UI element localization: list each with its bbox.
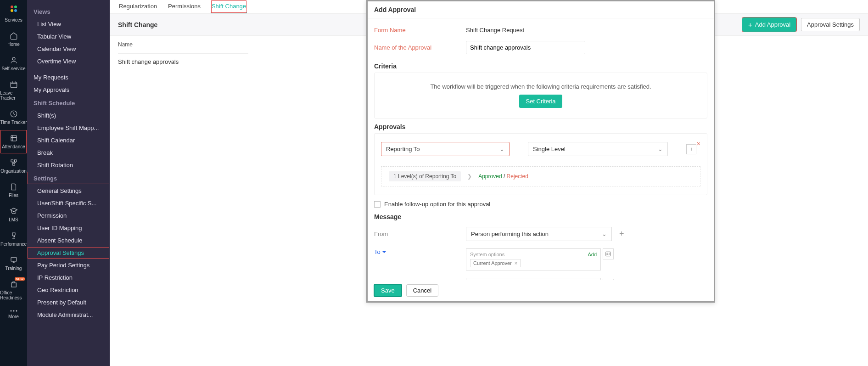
svg-rect-3 [11,135,17,141]
rail-time-tracker[interactable]: Time Tracker [0,105,27,130]
rail-attendance[interactable]: Attendance [0,130,27,154]
remove-approver-icon[interactable]: × [697,140,700,147]
main-area: Regularization Permissions Shift Change … [110,0,868,366]
sidebar-item-my-approvals[interactable]: My Approvals [27,84,110,96]
rail-services[interactable]: Services [0,13,27,27]
approvals-box: × Reporting To ⌄ Single Level ⌄ + 1 [374,133,707,195]
sidebar-item-present-by-default[interactable]: Present by Default [27,296,110,309]
org-icon [10,158,18,167]
sidebar-item-geo-restriction[interactable]: Geo Restriction [27,284,110,296]
tab-regularization[interactable]: Regularization [118,0,158,13]
form-name-value: Shift Change Request [466,27,524,34]
approval-settings-button[interactable]: Approval Settings [801,18,860,31]
save-button[interactable]: Save [374,284,402,297]
rail-performance[interactable]: Performance [0,227,27,251]
sidebar-item-permission[interactable]: Permission [27,209,110,222]
svg-rect-8 [11,283,16,287]
page-title: Shift Change [118,21,157,28]
add-approval-modal: Add Approval Form Name Shift Change Requ… [366,0,715,303]
svg-rect-5 [14,160,17,162]
svg-point-11 [16,310,17,312]
system-options-label: System options [470,252,597,257]
approval-level-pill: 1 Level(s) of Reporting To [389,171,461,181]
to-box[interactable]: System options Add Current Approver × [466,248,601,270]
rail-training[interactable]: Training [0,251,27,276]
rail-more[interactable]: More [0,305,27,324]
sidebar-item-general-settings[interactable]: General Settings [27,185,110,197]
nav-rail: Services Home Self-service Leave Tracker… [0,0,27,366]
tab-shift-change[interactable]: Shift Change [211,0,247,13]
training-icon [10,256,18,264]
calendar-icon [10,80,18,89]
list-header-name: Name [118,36,248,54]
to-dropdown[interactable]: To [374,248,386,255]
contacts-picker-icon[interactable] [603,248,614,259]
add-from-icon[interactable]: + [619,229,624,239]
sidebar-item-absent-schedule[interactable]: Absent Schedule [27,234,110,247]
svg-rect-1 [11,82,17,88]
rail-self-service[interactable]: Self-service [0,51,27,76]
tab-permissions[interactable]: Permissions [167,0,202,13]
clock-icon [10,110,18,118]
criteria-message: The workflow will be triggered when the … [379,83,702,90]
rail-leave-tracker[interactable]: Leave Tracker [0,76,27,105]
caret-down-icon [382,251,386,253]
new-badge: NEW [15,277,25,281]
rejected-text: Rejected [507,173,528,180]
followup-checkbox[interactable] [374,201,381,208]
level-select[interactable]: Single Level ⌄ [528,142,668,156]
rail-office-readiness[interactable]: NEW Office Readiness [0,276,27,305]
chevron-down-icon: ⌄ [658,146,663,152]
approver-select[interactable]: Reporting To ⌄ [381,142,510,156]
svg-rect-12 [606,252,611,256]
set-criteria-button[interactable]: Set Criteria [519,95,562,108]
approvals-list: Name Shift change approvals [110,36,257,70]
sidebar-item-shift-calendar[interactable]: Shift Calendar [27,134,110,146]
sidebar-group-settings: Settings [27,171,110,185]
rail-files[interactable]: Files [0,178,27,203]
svg-rect-4 [11,160,13,162]
sidebar-item-approval-settings[interactable]: Approval Settings [27,247,110,259]
to-label-wrap: To [374,248,466,255]
list-row[interactable]: Shift change approvals [118,54,248,70]
sidebar-item-calendar-view[interactable]: Calendar View [27,43,110,55]
sidebar-item-shifts[interactable]: Shift(s) [27,109,110,122]
sidebar-item-shift-rotation[interactable]: Shift Rotation [27,159,110,171]
sidebar-item-break[interactable]: Break [27,146,110,159]
add-approver-button[interactable]: + [686,144,696,154]
message-title: Message [374,213,707,220]
rail-home[interactable]: Home [0,27,27,51]
sidebar-item-employee-shift-mapping[interactable]: Employee Shift Mapp... [27,122,110,134]
sidebar-group-views: Views [27,5,110,18]
approval-name-input[interactable] [466,41,585,54]
rail-organization[interactable]: Organization [0,154,27,178]
approved-text: Approved [478,173,502,180]
sidebar-item-overtime-view[interactable]: Overtime View [27,55,110,68]
sidebar-item-user-shift-specific[interactable]: User/Shift Specific S... [27,197,110,209]
sidebar-item-tabular-view[interactable]: Tabular View [27,30,110,43]
from-label: From [374,231,466,237]
sidebar-item-ip-restriction[interactable]: IP Restriction [27,271,110,284]
sidebar-item-user-id-mapping[interactable]: User ID Mapping [27,222,110,234]
office-icon [10,280,18,288]
sidebar-item-my-requests[interactable]: My Requests [27,71,110,84]
svg-rect-7 [11,258,17,261]
sidebar-item-module-admin[interactable]: Module Administrat... [27,309,110,321]
app-logo [11,6,17,12]
rail-lms[interactable]: LMS [0,203,27,227]
cancel-button[interactable]: Cancel [406,284,438,297]
home-icon [10,32,18,40]
svg-point-13 [607,253,608,254]
user-icon [10,56,18,64]
sidebar: Views List View Tabular View Calendar Vi… [27,0,110,366]
arrow-icon: ❯ [467,173,472,180]
svg-point-10 [13,310,14,312]
trophy-icon [10,231,18,240]
sidebar-item-list-view[interactable]: List View [27,18,110,30]
from-select[interactable]: Person performing this action ⌄ [466,227,612,241]
chip-remove-icon[interactable]: × [515,260,517,266]
to-add-link[interactable]: Add [588,252,597,257]
sidebar-item-pay-period[interactable]: Pay Period Settings [27,259,110,271]
add-approval-button[interactable]: + Add Approval [742,17,796,32]
followup-row[interactable]: Enable follow-up option for this approva… [374,201,707,208]
